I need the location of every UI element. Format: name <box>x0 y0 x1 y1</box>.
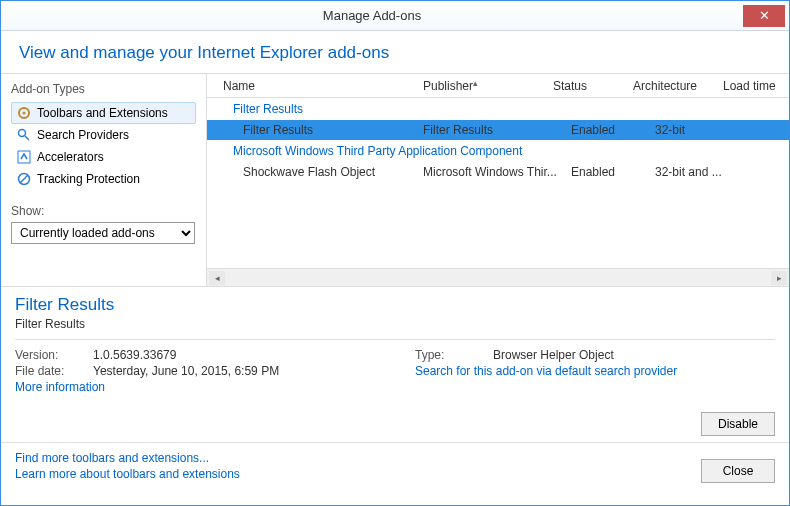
content: Name Publisher▴ Status Architecture Load… <box>207 74 789 286</box>
svg-point-1 <box>23 112 26 115</box>
cell-status: Enabled <box>571 123 655 137</box>
sidebar-label: Add-on Types <box>11 82 196 96</box>
details-panel: Filter Results Filter Results Version: 1… <box>1 286 789 442</box>
search-icon <box>17 128 31 142</box>
find-more-link[interactable]: Find more toolbars and extensions... <box>15 451 695 465</box>
sidebar-item-label: Toolbars and Extensions <box>37 106 168 120</box>
header: View and manage your Internet Explorer a… <box>1 31 789 74</box>
scrollbar-horizontal[interactable]: ◂ ▸ <box>207 268 789 286</box>
divider <box>15 339 775 340</box>
table-row[interactable]: Filter Results Filter Results Enabled 32… <box>207 120 789 140</box>
cell-arch: 32-bit <box>655 123 745 137</box>
svg-line-3 <box>25 136 29 140</box>
sidebar-item-search[interactable]: Search Providers <box>11 124 196 146</box>
col-status[interactable]: Status <box>553 79 633 93</box>
gear-icon <box>17 106 31 120</box>
cell-name: Shockwave Flash Object <box>243 165 423 179</box>
version-value: 1.0.5639.33679 <box>93 348 176 362</box>
sidebar: Add-on Types Toolbars and Extensions Sea… <box>1 74 207 286</box>
filedate-value: Yesterday, June 10, 2015, 6:59 PM <box>93 364 279 378</box>
main: Add-on Types Toolbars and Extensions Sea… <box>1 74 789 286</box>
col-publisher[interactable]: Publisher▴ <box>423 79 553 93</box>
block-icon <box>17 172 31 186</box>
sidebar-item-toolbars[interactable]: Toolbars and Extensions <box>11 102 196 124</box>
details-title: Filter Results <box>15 295 775 315</box>
show-label: Show: <box>11 204 196 218</box>
cell-publisher: Microsoft Windows Thir... <box>423 165 571 179</box>
sidebar-item-tracking[interactable]: Tracking Protection <box>11 168 196 190</box>
details-subtitle: Filter Results <box>15 317 775 331</box>
header-title: View and manage your Internet Explorer a… <box>19 43 771 63</box>
sort-arrow-icon: ▴ <box>473 78 478 88</box>
sidebar-item-label: Tracking Protection <box>37 172 140 186</box>
svg-line-6 <box>20 175 28 183</box>
footer: Find more toolbars and extensions... Lea… <box>1 442 789 493</box>
table-row[interactable]: Shockwave Flash Object Microsoft Windows… <box>207 162 789 182</box>
cell-status: Enabled <box>571 165 655 179</box>
table-header: Name Publisher▴ Status Architecture Load… <box>207 74 789 98</box>
sidebar-item-label: Accelerators <box>37 150 104 164</box>
col-arch[interactable]: Architecture <box>633 79 723 93</box>
learn-more-link[interactable]: Learn more about toolbars and extensions <box>15 467 695 481</box>
titlebar: Manage Add-ons ✕ <box>1 1 789 31</box>
window-title: Manage Add-ons <box>1 8 743 23</box>
col-name[interactable]: Name <box>223 79 423 93</box>
close-window-button[interactable]: ✕ <box>743 5 785 27</box>
disable-button[interactable]: Disable <box>701 412 775 436</box>
type-label: Type: <box>415 348 493 362</box>
col-load[interactable]: Load time <box>723 79 783 93</box>
group-header[interactable]: Microsoft Windows Third Party Applicatio… <box>207 140 789 162</box>
cell-publisher: Filter Results <box>423 123 571 137</box>
scroll-left-icon[interactable]: ◂ <box>209 271 225 285</box>
filedate-label: File date: <box>15 364 93 378</box>
group-header[interactable]: Filter Results <box>207 98 789 120</box>
scroll-right-icon[interactable]: ▸ <box>771 271 787 285</box>
version-label: Version: <box>15 348 93 362</box>
cell-name: Filter Results <box>243 123 423 137</box>
sidebar-item-accelerators[interactable]: Accelerators <box>11 146 196 168</box>
accelerator-icon <box>17 150 31 164</box>
close-button[interactable]: Close <box>701 459 775 483</box>
more-info-link[interactable]: More information <box>15 380 375 394</box>
type-value: Browser Helper Object <box>493 348 614 362</box>
sidebar-item-label: Search Providers <box>37 128 129 142</box>
search-addon-link[interactable]: Search for this add-on via default searc… <box>415 364 775 378</box>
show-select[interactable]: Currently loaded add-ons <box>11 222 195 244</box>
cell-arch: 32-bit and ... <box>655 165 745 179</box>
svg-point-2 <box>19 130 26 137</box>
